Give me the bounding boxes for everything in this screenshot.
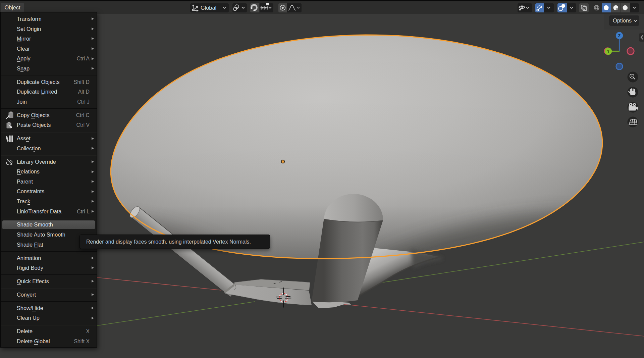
- svg-text:Y: Y: [607, 49, 609, 54]
- svg-text:Z: Z: [618, 34, 621, 38]
